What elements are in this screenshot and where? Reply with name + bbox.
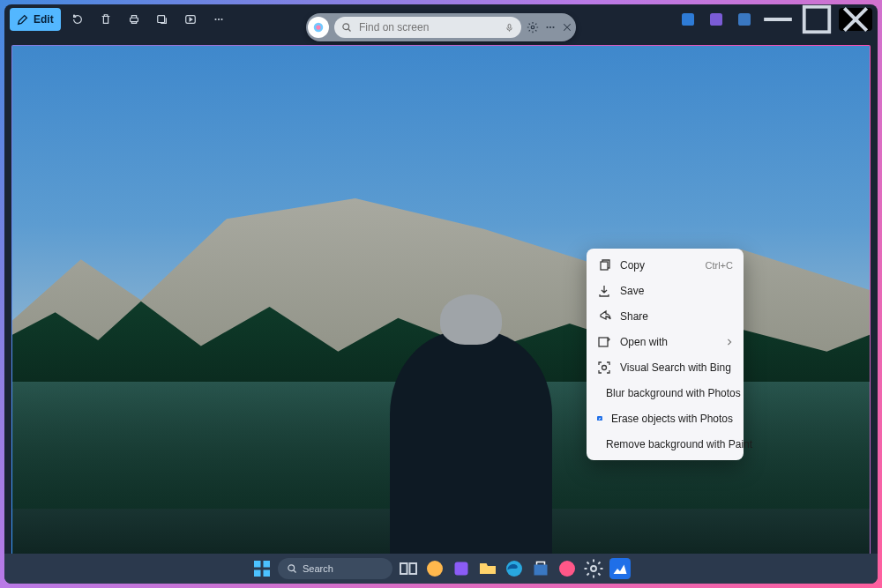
svg-point-3 — [214, 19, 216, 20]
svg-rect-37 — [400, 563, 407, 574]
svg-rect-35 — [264, 570, 271, 577]
svg-point-39 — [427, 561, 443, 577]
photos-app-window: Edit — [4, 4, 878, 584]
svg-rect-8 — [738, 13, 751, 26]
overflow-button[interactable] — [207, 8, 230, 31]
rotate-button[interactable] — [66, 8, 89, 31]
taskbar-search-label: Search — [303, 563, 333, 574]
taskbar-app-3[interactable] — [557, 558, 578, 579]
open-with-icon — [597, 335, 611, 349]
menu-item-label: Remove background with Paint — [606, 438, 752, 450]
menu-item-label: Erase objects with Photos — [611, 413, 733, 425]
svg-rect-40 — [455, 562, 468, 576]
svg-rect-44 — [609, 558, 631, 579]
maximize-icon — [800, 4, 833, 36]
taskbar-app-2[interactable] — [451, 558, 472, 579]
svg-rect-38 — [410, 563, 417, 574]
svg-rect-32 — [254, 561, 261, 568]
slideshow-button[interactable] — [179, 8, 202, 31]
menu-item-copy[interactable]: Copy Ctrl+C — [587, 252, 744, 278]
taskbar-store[interactable] — [530, 558, 551, 579]
menu-item-label: Save — [620, 285, 733, 297]
close-icon[interactable] — [562, 22, 572, 33]
svg-point-25 — [602, 365, 607, 369]
task-view-button[interactable] — [398, 558, 419, 579]
svg-point-17 — [552, 26, 554, 28]
menu-item-label: Copy — [620, 259, 697, 272]
edit-icon — [17, 13, 29, 26]
photos-erase-icon — [597, 412, 602, 426]
maximize-button[interactable] — [800, 8, 833, 31]
menu-item-save[interactable]: Save — [587, 278, 744, 303]
menu-item-visual-search[interactable]: Visual Search with Bing — [587, 354, 744, 380]
titlebar-app-icon-1[interactable] — [676, 8, 699, 31]
settings-icon[interactable] — [527, 21, 539, 33]
taskbar-edge[interactable] — [504, 558, 525, 579]
svg-point-42 — [559, 561, 575, 577]
svg-point-16 — [549, 26, 551, 28]
svg-rect-24 — [599, 338, 608, 346]
copilot-logo-icon — [308, 17, 329, 38]
svg-rect-6 — [682, 13, 694, 26]
minimize-icon — [761, 4, 795, 36]
svg-rect-9 — [804, 7, 830, 33]
menu-item-blur-bg[interactable]: Blur background with Photos — [587, 380, 744, 406]
svg-point-43 — [591, 566, 596, 571]
menu-item-open-with[interactable]: Open with — [587, 329, 744, 354]
delete-button[interactable] — [94, 8, 117, 31]
edit-button-label: Edit — [34, 13, 54, 26]
taskbar-explorer[interactable] — [477, 558, 498, 579]
titlebar-app-icon-3[interactable] — [733, 8, 756, 31]
taskbar-app-1[interactable] — [424, 558, 445, 579]
ellipsis-icon[interactable] — [544, 21, 557, 33]
svg-point-12 — [343, 24, 349, 30]
svg-point-15 — [546, 26, 548, 28]
menu-item-label: Blur background with Photos — [606, 387, 741, 399]
menu-item-erase[interactable]: Erase objects with Photos — [587, 406, 744, 431]
close-button[interactable] — [839, 8, 872, 31]
print-button[interactable] — [123, 8, 146, 31]
chevron-right-icon — [726, 339, 733, 346]
share-icon — [597, 309, 611, 324]
taskbar-photos-app[interactable] — [609, 558, 631, 579]
visual-search-icon — [597, 361, 611, 375]
menu-item-label: Share — [620, 310, 733, 323]
start-button[interactable] — [251, 558, 273, 579]
menu-item-share[interactable]: Share — [587, 303, 744, 329]
windows-taskbar: Search — [4, 554, 878, 584]
svg-point-36 — [288, 565, 295, 571]
minimize-button[interactable] — [761, 8, 795, 31]
svg-point-11 — [316, 25, 320, 29]
svg-rect-23 — [601, 262, 608, 270]
slideshow-icon — [184, 13, 197, 26]
rotate-icon — [71, 13, 84, 26]
svg-point-5 — [220, 19, 222, 20]
svg-rect-13 — [508, 24, 511, 28]
search-icon — [341, 22, 352, 33]
search-input-wrap[interactable] — [334, 17, 521, 38]
taskbar-search[interactable]: Search — [278, 558, 392, 579]
app-icon — [682, 13, 694, 26]
copy-icon — [597, 258, 611, 272]
ellipsis-icon — [213, 13, 225, 26]
mic-icon[interactable] — [505, 23, 514, 33]
menu-item-label: Visual Search with Bing — [620, 361, 733, 374]
context-menu: Copy Ctrl+C Save Share Open with Visual … — [587, 249, 744, 460]
save-icon — [597, 284, 611, 298]
taskbar-settings[interactable] — [583, 558, 604, 579]
svg-rect-0 — [130, 18, 138, 21]
svg-rect-34 — [254, 570, 261, 577]
titlebar-app-icon-2[interactable] — [705, 8, 728, 31]
svg-rect-7 — [710, 13, 722, 26]
menu-item-shortcut: Ctrl+C — [706, 260, 733, 271]
svg-rect-33 — [264, 561, 271, 568]
export-icon — [156, 13, 168, 26]
edit-button[interactable]: Edit — [10, 8, 61, 31]
export-button[interactable] — [151, 8, 174, 31]
search-input[interactable] — [357, 20, 499, 34]
close-icon — [839, 4, 872, 36]
find-on-screen-bar — [306, 13, 576, 41]
menu-item-label: Open with — [620, 336, 717, 348]
search-icon — [287, 563, 297, 574]
menu-item-remove-bg[interactable]: Remove background with Paint — [587, 431, 744, 457]
